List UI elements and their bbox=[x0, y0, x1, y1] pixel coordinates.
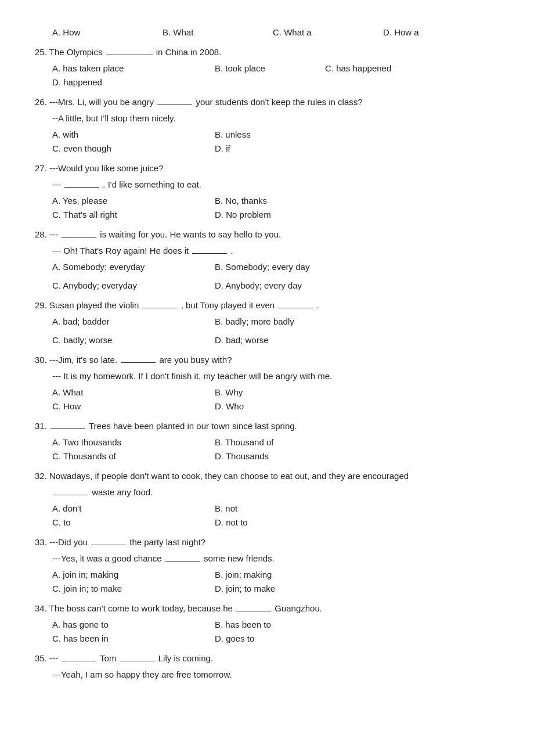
question-33-response: ---Yes, it was a good chance some new fr… bbox=[52, 552, 499, 566]
options-row-31: A. Two thousands B. Thousand of C. Thous… bbox=[52, 435, 499, 463]
option-32a: A. don't bbox=[52, 502, 215, 516]
option-28a: A. Somebody; everyday bbox=[52, 260, 215, 274]
question-26-text: 26. ---Mrs. Li, will you be angry your s… bbox=[35, 95, 499, 109]
option-33a: A. join in; making bbox=[52, 568, 215, 582]
option-30a: A. What bbox=[52, 386, 215, 399]
option-29d: D. bad; worse bbox=[215, 333, 325, 347]
question-34: 34. The boss can't come to work today, b… bbox=[35, 602, 499, 646]
q28-resp-prefix: --- Oh! That's Roy again! He does it bbox=[52, 246, 191, 255]
option-30b: B. Why bbox=[215, 386, 377, 399]
option-33c: C. join in; to make bbox=[52, 582, 215, 596]
q27-resp-prefix: --- bbox=[52, 179, 61, 189]
options-row-32: A. don't B. not C. to D. not to bbox=[52, 502, 499, 530]
option-25b: B. took place bbox=[215, 62, 325, 75]
option-26c: C. even though bbox=[52, 142, 215, 156]
q35-text-end: Lily is coming. bbox=[158, 653, 213, 663]
q32-number: 32. Nowadays, if people don't want to co… bbox=[35, 471, 409, 481]
option-31a: A. Two thousands bbox=[52, 435, 215, 449]
question-32-text2: waste any food. bbox=[52, 485, 499, 499]
option-24b: B. What bbox=[163, 26, 273, 39]
q29-blank2 bbox=[278, 308, 313, 308]
question-28-text: 28. --- is waiting for you. He wants to … bbox=[35, 228, 499, 242]
q30-text-after: are you busy with? bbox=[159, 355, 232, 365]
q25-text-after: in China in 2008. bbox=[156, 47, 222, 57]
q31-blank bbox=[50, 429, 85, 429]
options-row-33: A. join in; making B. join; making C. jo… bbox=[52, 568, 499, 596]
options-row-29: A. bad; badder B. badly; more badly bbox=[52, 315, 499, 329]
question-33-text: 33. ---Did you the party last night? bbox=[35, 535, 499, 549]
option-27d: D. No problem bbox=[215, 208, 325, 222]
q35-text-mid: Tom bbox=[100, 653, 116, 663]
q25-blank bbox=[106, 55, 153, 55]
q31-text-after: Trees have been planted in our town sinc… bbox=[89, 421, 297, 431]
q34-number: 34. The boss can't come to work today, b… bbox=[35, 603, 233, 613]
q28-text-after: is waiting for you. He wants to say hell… bbox=[100, 229, 281, 239]
question-34-text: 34. The boss can't come to work today, b… bbox=[35, 602, 499, 615]
q32-text-after: waste any food. bbox=[92, 487, 153, 497]
question-27-text: 27. ---Would you like some juice? bbox=[35, 161, 499, 175]
q28-number: 28. --- bbox=[35, 229, 58, 239]
option-31c: C. Thousands of bbox=[52, 449, 215, 463]
q33-text-after: the party last night? bbox=[129, 537, 205, 547]
option-30d: D. Who bbox=[215, 399, 325, 413]
question-26: 26. ---Mrs. Li, will you be angry your s… bbox=[35, 95, 499, 156]
q35-blank1 bbox=[62, 661, 96, 661]
question-30-text: 30. ---Jim, it's so late. are you busy w… bbox=[35, 353, 499, 367]
question-32: 32. Nowadays, if people don't want to co… bbox=[35, 469, 499, 530]
q26-blank bbox=[157, 105, 192, 105]
question-25-text: 25. The Olympics in China in 2008. bbox=[35, 45, 499, 59]
option-25c: C. has happened bbox=[325, 62, 488, 75]
option-27a: A. Yes, please bbox=[52, 194, 215, 208]
options-row-24: A. How B. What C. What a D. How a bbox=[52, 26, 499, 39]
option-27b: B. No, thanks bbox=[215, 194, 377, 208]
q35-blank2 bbox=[120, 661, 155, 661]
options-row-26: A. with B. unless C. even though D. if bbox=[52, 128, 499, 156]
q31-number: 31. bbox=[35, 421, 49, 431]
q33-resp-prefix: ---Yes, it was a good chance bbox=[52, 553, 162, 563]
exam-content: A. How B. What C. What a D. How a 25. Th… bbox=[35, 26, 499, 682]
option-26d: D. if bbox=[215, 142, 325, 156]
q28-blank2 bbox=[192, 253, 227, 254]
option-26a: A. with bbox=[52, 128, 215, 142]
q30-blank bbox=[121, 362, 156, 363]
option-28d: D. Anybody; every day bbox=[215, 279, 325, 293]
option-30c: C. How bbox=[52, 399, 215, 413]
question-35-response: ---Yeah, I am so happy they are free tom… bbox=[52, 668, 499, 682]
q25-number: 25. The Olympics bbox=[35, 47, 105, 57]
options-row-34: A. has gone to B. has been to C. has bee… bbox=[52, 618, 499, 646]
option-34c: C. has been in bbox=[52, 632, 215, 646]
options-row-25: A. has taken place B. took place C. has … bbox=[52, 62, 499, 89]
options-row-27: A. Yes, please B. No, thanks C. That's a… bbox=[52, 194, 499, 222]
question-25: 25. The Olympics in China in 2008. A. ha… bbox=[35, 45, 499, 89]
options-row-29b: C. badly; worse D. bad; worse bbox=[52, 333, 499, 347]
question-31: 31. Trees have been planted in our town … bbox=[35, 419, 499, 463]
options-row-28b: C. Anybody; everyday D. Anybody; every d… bbox=[52, 279, 499, 293]
option-25d: D. happened bbox=[52, 75, 163, 89]
option-34d: D. goes to bbox=[215, 632, 325, 646]
options-row-30: A. What B. Why C. How D. Who bbox=[52, 386, 499, 413]
q35-number: 35. --- bbox=[35, 653, 58, 663]
question-30-response: --- It is my homework. If I don't finish… bbox=[52, 369, 499, 383]
option-31b: B. Thousand of bbox=[215, 435, 377, 449]
option-25a: A. has taken place bbox=[52, 62, 215, 75]
question-28: 28. --- is waiting for you. He wants to … bbox=[35, 228, 499, 293]
q26-number: 26. ---Mrs. Li, will you be angry bbox=[35, 97, 154, 107]
option-32c: C. to bbox=[52, 516, 215, 530]
q28-blank1 bbox=[62, 237, 96, 237]
q33-blank2 bbox=[165, 561, 200, 561]
option-28c: C. Anybody; everyday bbox=[52, 279, 215, 293]
option-34a: A. has gone to bbox=[52, 618, 215, 632]
option-28b: B. Somebody; every day bbox=[215, 260, 325, 274]
q33-number: 33. ---Did you bbox=[35, 537, 88, 547]
q27-resp-suffix: . I'd like something to eat. bbox=[103, 179, 201, 189]
option-31d: D. Thousands bbox=[215, 449, 325, 463]
q33-blank1 bbox=[91, 545, 126, 545]
option-24c: C. What a bbox=[273, 26, 383, 39]
q27-number: 27. ---Would you like some juice? bbox=[35, 163, 163, 173]
option-29c: C. badly; worse bbox=[52, 333, 215, 347]
q33-resp-suffix: some new friends. bbox=[204, 553, 275, 563]
q29-blank1 bbox=[142, 308, 177, 308]
option-32b: B. not bbox=[215, 502, 377, 516]
option-24a: A. How bbox=[52, 26, 163, 39]
option-27c: C. That's all right bbox=[52, 208, 215, 222]
